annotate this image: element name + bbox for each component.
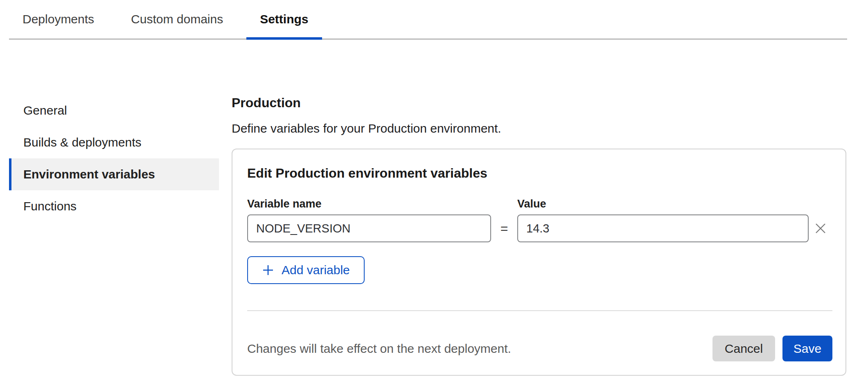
- variable-value-input[interactable]: [517, 214, 809, 242]
- save-button[interactable]: Save: [782, 336, 832, 361]
- environment-variables-card: Edit Production environment variables Va…: [232, 149, 846, 376]
- cancel-button[interactable]: Cancel: [712, 336, 775, 361]
- variable-name-label: Variable name: [247, 198, 491, 210]
- tab-deployments-label: Deployments: [23, 12, 94, 26]
- card-footer: Changes will take effect on the next dep…: [247, 311, 832, 361]
- variable-labels-row: Variable name Value: [247, 198, 832, 210]
- remove-variable-cell: [809, 222, 832, 235]
- add-variable-button[interactable]: Add variable: [247, 256, 365, 284]
- sidebar-item-builds-deployments-label: Builds & deployments: [23, 135, 142, 149]
- sidebar-item-builds-deployments[interactable]: Builds & deployments: [9, 126, 219, 158]
- value-label: Value: [517, 198, 809, 210]
- add-variable-label: Add variable: [282, 263, 350, 277]
- sidebar-item-general-label: General: [23, 104, 67, 117]
- tab-custom-domains[interactable]: Custom domains: [117, 0, 237, 38]
- tab-settings[interactable]: Settings: [246, 0, 322, 38]
- tab-settings-label: Settings: [260, 12, 308, 26]
- tab-deployments[interactable]: Deployments: [9, 0, 108, 38]
- settings-sidebar: General Builds & deployments Environment…: [9, 95, 219, 222]
- section-title: Production: [232, 95, 846, 111]
- tab-custom-domains-label: Custom domains: [131, 12, 223, 26]
- sidebar-item-functions-label: Functions: [23, 199, 77, 213]
- sidebar-item-environment-variables-label: Environment variables: [23, 167, 155, 181]
- close-icon: [814, 222, 827, 235]
- labels-spacer-right: [809, 198, 832, 210]
- page: Deployments Custom domains Settings Gene…: [0, 0, 868, 388]
- card-title: Edit Production environment variables: [247, 165, 832, 181]
- variable-row: =: [247, 214, 832, 242]
- deployment-note: Changes will take effect on the next dep…: [247, 342, 712, 356]
- tab-bar: Deployments Custom domains Settings: [9, 0, 847, 40]
- remove-variable-button[interactable]: [814, 222, 827, 235]
- variable-name-input[interactable]: [247, 214, 491, 242]
- labels-spacer: [491, 198, 517, 210]
- equals-sign: =: [491, 221, 517, 236]
- section-description: Define variables for your Production env…: [232, 121, 846, 135]
- sidebar-item-general[interactable]: General: [9, 95, 219, 126]
- plus-icon: [262, 264, 274, 276]
- sidebar-item-environment-variables[interactable]: Environment variables: [9, 158, 219, 190]
- sidebar-item-functions[interactable]: Functions: [9, 190, 219, 222]
- main-content: Production Define variables for your Pro…: [232, 95, 846, 376]
